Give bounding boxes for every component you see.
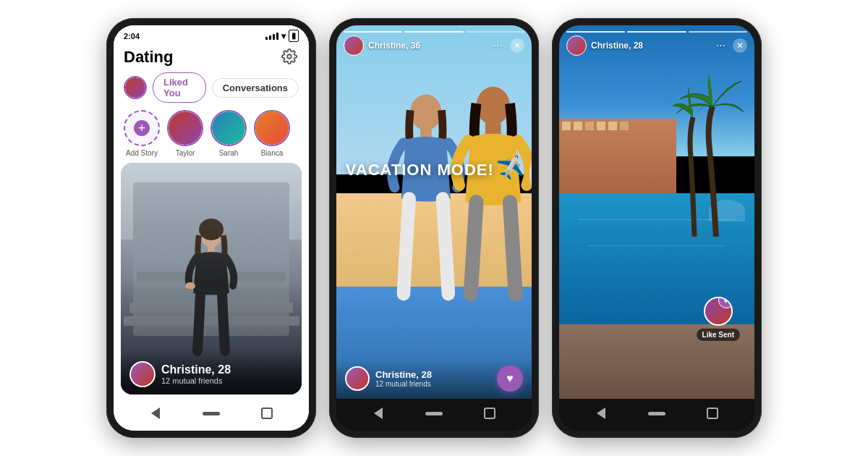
phone-3: Christine, 28 ··· ✕ ♥ Like Sent bbox=[552, 18, 762, 438]
more-options-icon[interactable]: ··· bbox=[493, 39, 503, 52]
recents-button[interactable] bbox=[258, 405, 276, 422]
story-bianca[interactable]: Bianca bbox=[254, 110, 290, 157]
story-view-1: VACATION MODE! ✈️ Christine, 36 bbox=[336, 25, 532, 399]
svg-point-7 bbox=[476, 87, 509, 125]
phone-1: 2:04 ▾ ▮ Dating bbox=[106, 18, 316, 438]
story-card-name: Christine, 28 bbox=[375, 369, 491, 380]
svg-point-0 bbox=[287, 54, 292, 59]
progress-bar-3 bbox=[466, 31, 524, 33]
wifi-icon: ▾ bbox=[281, 31, 286, 41]
story-taylor[interactable]: Taylor bbox=[167, 110, 203, 157]
story-label-bianca: Bianca bbox=[261, 149, 284, 157]
signal-icon bbox=[265, 33, 278, 40]
like-sent-label: Like Sent bbox=[697, 329, 740, 341]
story-user-name: Christine, 36 bbox=[368, 41, 420, 51]
airplane-icon: ✈️ bbox=[495, 153, 525, 183]
back-button[interactable] bbox=[147, 405, 164, 422]
back-button-3[interactable] bbox=[592, 405, 610, 422]
heart-icon: ♥ bbox=[506, 372, 514, 385]
women-group bbox=[336, 81, 532, 305]
story-label-sarah: Sarah bbox=[219, 149, 239, 157]
progress-bars-2 bbox=[566, 31, 747, 33]
app-header: Dating bbox=[114, 43, 309, 69]
story-label-taylor: Taylor bbox=[176, 149, 195, 157]
time-label: 2:04 bbox=[124, 32, 140, 41]
recents-button-2[interactable] bbox=[481, 405, 498, 422]
home-button-2[interactable] bbox=[425, 405, 443, 422]
phone-2: VACATION MODE! ✈️ Christine, 36 bbox=[329, 18, 539, 438]
story-bottom-bar: Christine, 28 12 mutual friends ♥ bbox=[336, 358, 532, 399]
card-info: Christine, 28 12 mutual friends bbox=[121, 354, 302, 394]
tab-conversations[interactable]: Conversations bbox=[212, 78, 299, 98]
settings-icon[interactable] bbox=[281, 48, 299, 66]
home-button[interactable] bbox=[203, 405, 220, 422]
close-button[interactable]: ✕ bbox=[510, 38, 524, 53]
svg-point-5 bbox=[410, 95, 441, 131]
add-icon: + bbox=[134, 120, 150, 136]
story-top-row: Christine, 36 ··· ✕ bbox=[344, 35, 524, 56]
prog-bar-1 bbox=[566, 31, 625, 33]
story-top-icons: ··· ✕ bbox=[493, 38, 524, 53]
progress-bar-1 bbox=[344, 31, 402, 33]
profile-card[interactable]: Christine, 28 12 mutual friends bbox=[121, 163, 302, 394]
story-top-icons-2: ··· ✕ bbox=[716, 38, 747, 53]
stories-row: + Add Story Taylor Sarah bbox=[114, 107, 309, 163]
story-avatar-taylor[interactable] bbox=[167, 110, 203, 146]
home-button-3[interactable] bbox=[648, 405, 665, 422]
card-avatar bbox=[129, 361, 156, 387]
story-user-name-2: Christine, 28 bbox=[591, 41, 643, 51]
story-top-row-2: Christine, 28 ··· ✕ bbox=[566, 35, 747, 56]
card-name: Christine, 28 bbox=[161, 363, 293, 376]
user-avatar[interactable] bbox=[124, 76, 147, 99]
filter-tabs: Liked You Conversations bbox=[114, 69, 309, 107]
like-button[interactable]: ♥ bbox=[497, 366, 523, 392]
like-sent-avatar: ♥ bbox=[704, 297, 733, 326]
vacation-text: VACATION MODE! ✈️ bbox=[346, 156, 523, 180]
like-sent-bubble: ♥ Like Sent bbox=[697, 297, 740, 341]
card-text: Christine, 28 12 mutual friends bbox=[161, 363, 293, 385]
bottom-nav-3 bbox=[559, 399, 754, 431]
story-overlay-top-2: Christine, 28 ··· ✕ bbox=[559, 25, 754, 59]
story-overlay-top: Christine, 36 ··· ✕ bbox=[336, 25, 532, 59]
recents-button-3[interactable] bbox=[704, 405, 721, 422]
app-title: Dating bbox=[124, 48, 173, 67]
status-bar-1: 2:04 ▾ ▮ bbox=[114, 25, 309, 43]
bottom-nav-2 bbox=[336, 399, 532, 431]
story-user-info: Christine, 36 bbox=[344, 35, 420, 56]
prog-bar-2 bbox=[627, 31, 686, 33]
story-card-avatar bbox=[345, 366, 370, 391]
story-avatar-bianca[interactable] bbox=[254, 110, 290, 146]
story-avatar-sarah[interactable] bbox=[210, 110, 247, 146]
tab-liked-you[interactable]: Liked You bbox=[153, 72, 206, 103]
bottom-nav-1 bbox=[114, 399, 309, 431]
story-view-2: Christine, 28 ··· ✕ ♥ Like Sent bbox=[559, 25, 754, 399]
more-options-icon-2[interactable]: ··· bbox=[716, 39, 726, 52]
vacation-label: VACATION MODE! bbox=[346, 161, 494, 179]
story-sarah[interactable]: Sarah bbox=[210, 110, 247, 157]
story-user-avatar-2 bbox=[566, 35, 587, 56]
card-mutual: 12 mutual friends bbox=[161, 376, 293, 385]
battery-icon: ▮ bbox=[289, 30, 299, 42]
story-user-info-2: Christine, 28 bbox=[566, 35, 643, 56]
story-user-avatar bbox=[344, 35, 364, 56]
story-card-mutual: 12 mutual friends bbox=[375, 380, 491, 388]
progress-bar-2 bbox=[404, 31, 463, 33]
status-icons: ▾ ▮ bbox=[265, 30, 299, 42]
prog-bar-3 bbox=[689, 31, 747, 33]
back-button-2[interactable] bbox=[370, 405, 387, 422]
story-add-label: Add Story bbox=[126, 149, 158, 157]
story-card-text: Christine, 28 12 mutual friends bbox=[375, 369, 491, 388]
story-add[interactable]: + Add Story bbox=[124, 110, 160, 157]
story-add-circle[interactable]: + bbox=[124, 110, 160, 146]
progress-bars bbox=[344, 31, 524, 33]
close-button-2[interactable]: ✕ bbox=[733, 38, 747, 53]
palm-trees bbox=[673, 33, 745, 238]
